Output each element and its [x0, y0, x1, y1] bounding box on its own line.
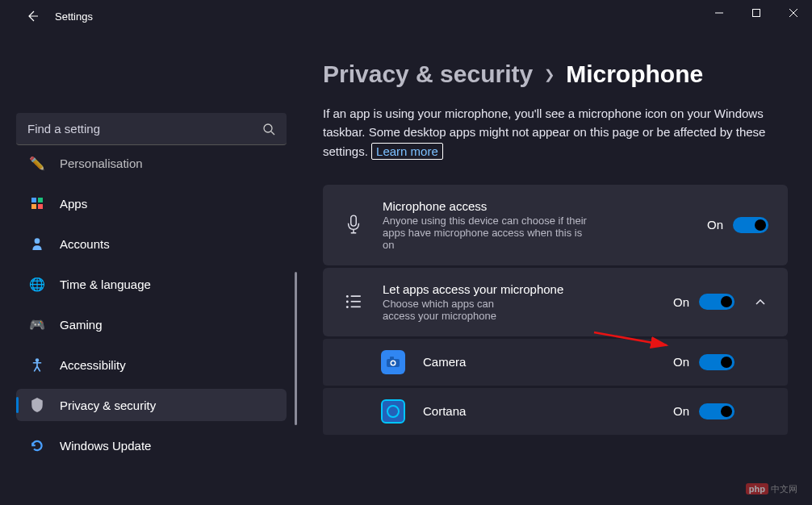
titlebar-title: Settings	[55, 10, 93, 23]
sidebar-item-label: Privacy & security	[60, 399, 156, 412]
nav-scrollbar[interactable]	[295, 272, 297, 425]
sidebar-item-windows-update[interactable]: Windows Update	[16, 429, 287, 461]
minimize-icon	[715, 9, 723, 17]
svg-point-6	[35, 238, 40, 244]
globe-icon: 🌐	[29, 276, 45, 292]
learn-more-link[interactable]: Learn more	[371, 143, 443, 160]
app-row-cortana: Cortana On	[323, 388, 788, 435]
card-title: Microphone access	[383, 199, 689, 213]
toggle-app-cortana[interactable]	[699, 403, 735, 419]
toggle-state-label: On	[673, 355, 689, 369]
search-icon	[262, 123, 275, 136]
sidebar-item-time-language[interactable]: 🌐 Time & language	[16, 268, 287, 300]
breadcrumb: Privacy & security ❯ Microphone	[323, 61, 788, 88]
svg-rect-10	[351, 296, 361, 298]
svg-rect-3	[38, 198, 43, 202]
svg-rect-18	[390, 357, 394, 360]
toggle-state-label: On	[707, 218, 723, 232]
user-icon	[29, 236, 45, 252]
sidebar-item-label: Apps	[60, 197, 87, 211]
sidebar: ✏️ Personalisation Apps Accounts 🌐	[0, 32, 299, 505]
toggle-microphone-access[interactable]	[733, 217, 768, 233]
svg-rect-5	[38, 204, 43, 209]
minimize-button[interactable]	[701, 0, 738, 26]
breadcrumb-current: Microphone	[566, 61, 703, 88]
sidebar-item-apps[interactable]: Apps	[16, 187, 287, 219]
sidebar-item-gaming[interactable]: 🎮 Gaming	[16, 308, 287, 340]
search-box[interactable]	[16, 113, 287, 145]
microphone-icon	[342, 215, 365, 236]
update-icon	[29, 437, 45, 453]
titlebar: Settings	[0, 0, 812, 32]
sidebar-item-label: Accounts	[60, 237, 110, 251]
breadcrumb-prev[interactable]: Privacy & security	[323, 61, 533, 88]
main-content: Privacy & security ❯ Microphone If an ap…	[299, 32, 812, 505]
svg-point-11	[346, 301, 349, 303]
maximize-icon	[752, 9, 760, 17]
shield-icon	[29, 397, 45, 413]
list-icon	[342, 293, 365, 311]
toggle-app-camera[interactable]	[699, 354, 735, 370]
card-microphone-access: Microphone access Anyone using this devi…	[323, 185, 788, 265]
sidebar-item-label: Personalisation	[60, 157, 143, 170]
camera-app-icon	[381, 350, 405, 374]
svg-rect-12	[351, 301, 361, 303]
toggle-let-apps-access[interactable]	[699, 294, 735, 310]
close-icon	[789, 9, 797, 17]
svg-point-13	[346, 306, 349, 308]
svg-rect-8	[351, 215, 357, 226]
brush-icon: ✏️	[29, 155, 45, 171]
accessibility-icon	[29, 357, 45, 373]
page-description: If an app is using your microphone, you'…	[323, 104, 783, 161]
app-name: Camera	[423, 355, 655, 369]
close-button[interactable]	[775, 0, 812, 26]
svg-rect-14	[351, 307, 361, 308]
app-name: Cortana	[423, 404, 655, 418]
sidebar-item-label: Windows Update	[60, 439, 151, 453]
svg-point-9	[346, 295, 349, 298]
chevron-up-icon[interactable]	[752, 294, 768, 309]
sidebar-item-label: Time & language	[60, 278, 151, 291]
arrow-left-icon	[26, 10, 39, 23]
sidebar-item-label: Gaming	[60, 318, 103, 332]
svg-rect-4	[31, 204, 36, 209]
watermark: php 中文网	[746, 483, 797, 495]
apps-icon	[29, 195, 45, 211]
window-controls	[701, 0, 812, 26]
sidebar-item-accounts[interactable]: Accounts	[16, 227, 287, 260]
svg-point-17	[391, 361, 395, 365]
back-button[interactable]	[19, 3, 45, 29]
gamepad-icon: 🎮	[29, 316, 45, 332]
app-row-camera: Camera On	[323, 339, 788, 386]
search-input[interactable]	[27, 122, 262, 136]
cortana-app-icon	[381, 399, 405, 424]
chevron-right-icon: ❯	[544, 67, 555, 82]
svg-point-1	[264, 124, 272, 132]
toggle-state-label: On	[673, 295, 689, 309]
maximize-button[interactable]	[738, 0, 775, 26]
toggle-state-label: On	[673, 404, 689, 418]
svg-rect-0	[753, 10, 760, 17]
sidebar-item-privacy-security[interactable]: Privacy & security	[16, 389, 287, 421]
card-subtitle: Choose which apps can access your microp…	[383, 298, 528, 322]
svg-point-19	[387, 406, 399, 417]
sidebar-item-accessibility[interactable]: Accessibility	[16, 348, 287, 381]
sidebar-item-label: Accessibility	[60, 358, 126, 372]
svg-rect-2	[31, 198, 36, 202]
card-title: Let apps access your microphone	[383, 282, 655, 296]
sidebar-item-personalisation[interactable]: ✏️ Personalisation	[16, 155, 287, 179]
card-subtitle: Anyone using this device can choose if t…	[383, 215, 592, 251]
card-let-apps-access[interactable]: Let apps access your microphone Choose w…	[323, 268, 788, 336]
